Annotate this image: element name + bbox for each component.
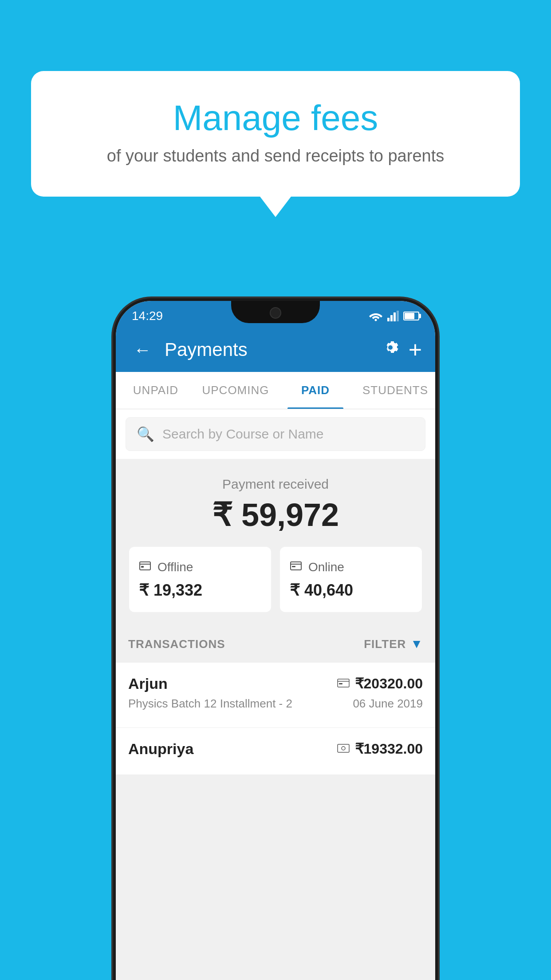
transaction-amount: ₹19332.00 [355,740,423,757]
filter-icon: ▼ [410,637,423,651]
status-time: 14:29 [132,309,163,323]
online-type-label: Online [308,560,344,574]
online-icon [290,559,302,575]
app-header: ← Payments + [116,328,435,372]
bubble-subtitle: of your students and send receipts to pa… [67,146,484,166]
svg-rect-5 [140,562,150,570]
search-container: 🔍 Search by Course or Name [116,409,435,459]
speech-bubble-container: Manage fees of your students and send re… [31,71,520,197]
transaction-name: Arjun [128,675,168,692]
svg-rect-11 [338,744,349,752]
offline-amount: ₹ 19,332 [139,581,261,600]
offline-payment-card: Offline ₹ 19,332 [129,547,271,612]
transaction-list: Arjun ₹20320.00 [116,663,435,775]
tab-upcoming[interactable]: UPCOMING [196,372,276,409]
transaction-detail: Physics Batch 12 Installment - 2 [128,697,292,711]
online-payment-card: Online ₹ 40,640 [280,547,422,612]
filter-label: FILTER [364,637,406,651]
tab-unpaid[interactable]: UNPAID [116,372,196,409]
svg-rect-6 [141,566,144,568]
transactions-label: TRANSACTIONS [128,637,225,651]
svg-point-0 [375,319,377,321]
svg-rect-9 [338,679,349,687]
battery-icon [403,312,419,320]
online-amount: ₹ 40,640 [290,581,412,600]
cash-payment-icon [337,742,350,756]
offline-icon [139,559,151,575]
phone-notch [231,301,320,323]
settings-icon[interactable] [381,338,400,361]
search-icon: 🔍 [137,426,154,443]
tabs-container: UNPAID UPCOMING PAID STUDENTS [116,372,435,409]
tab-students[interactable]: STUDENTS [355,372,435,409]
payment-total-amount: ₹ 59,972 [129,496,422,533]
tab-paid[interactable]: PAID [276,372,355,409]
payment-received-label: Payment received [129,477,422,492]
signal-icon [387,311,399,321]
transaction-amount-row: ₹19332.00 [337,740,423,757]
status-icons [369,311,419,321]
svg-rect-8 [292,566,295,567]
svg-rect-7 [291,562,301,570]
offline-type-label: Offline [157,560,193,574]
payment-cards: Offline ₹ 19,332 [129,547,422,612]
table-row[interactable]: Arjun ₹20320.00 [116,663,435,728]
svg-rect-3 [394,312,396,321]
bubble-title: Manage fees [67,98,484,138]
svg-point-12 [342,747,345,750]
svg-rect-1 [387,318,390,321]
page-title: Payments [165,339,372,360]
search-input[interactable]: Search by Course or Name [162,427,324,442]
wifi-icon [369,311,383,321]
add-button[interactable]: + [409,336,422,363]
phone-camera [270,307,281,319]
payment-type-icon [337,677,350,691]
svg-rect-2 [390,315,393,321]
svg-rect-4 [397,311,399,321]
table-row[interactable]: Anupriya ₹19332.00 [116,728,435,775]
transactions-header: TRANSACTIONS FILTER ▼ [116,625,435,663]
back-button[interactable]: ← [129,336,156,364]
transaction-name: Anupriya [128,740,193,758]
background: Manage fees of your students and send re… [0,0,551,980]
speech-bubble: Manage fees of your students and send re… [31,71,520,197]
transaction-date: 06 June 2019 [353,697,423,711]
header-actions: + [381,336,422,363]
filter-button[interactable]: FILTER ▼ [364,637,423,651]
transaction-amount-row: ₹20320.00 [337,675,423,692]
phone-frame: 14:29 [116,301,435,980]
phone-screen: 14:29 [116,301,435,980]
payment-received-section: Payment received ₹ 59,972 [116,459,435,625]
transaction-amount: ₹20320.00 [355,675,423,692]
search-bar[interactable]: 🔍 Search by Course or Name [126,417,425,451]
svg-rect-10 [339,683,342,684]
